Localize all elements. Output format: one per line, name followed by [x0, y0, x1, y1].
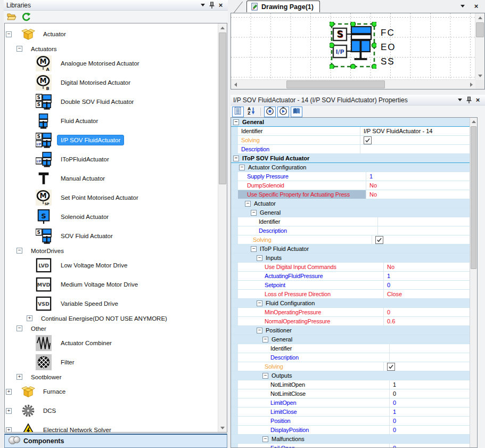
property-value-cell[interactable]: 0	[390, 389, 471, 398]
tree-item-low-voltage-motor-drive[interactable]: LVDLow Voltage Motor Drive	[5, 256, 218, 275]
category-expander[interactable]: −	[233, 156, 239, 161]
property-value-cell[interactable]: 1	[390, 380, 471, 389]
property-category-general[interactable]: −General	[231, 118, 471, 127]
property-value-cell[interactable]: 0	[390, 417, 471, 425]
property-value-cell[interactable]	[390, 353, 471, 362]
tree-expander[interactable]: +	[6, 427, 12, 433]
property-row-identifier[interactable]: Identifier	[231, 217, 471, 226]
property-value-cell[interactable]: 0	[384, 308, 471, 316]
property-category-itop-sov-fluid-actuator[interactable]: −IToP SOV Fluid Actuator	[231, 154, 471, 163]
properties-close-button[interactable]: ×	[473, 96, 482, 104]
category-expander[interactable]: −	[257, 255, 262, 261]
category-expander[interactable]: −	[251, 246, 257, 252]
tree-scrollbar[interactable]	[218, 23, 227, 432]
property-value[interactable]: 0	[393, 390, 396, 397]
property-row-normaloperatingpressure[interactable]: NormalOperatingPressure0.6	[231, 317, 471, 326]
tree-item-set-point-motorised-actuator[interactable]: M SPSet Point Motorised Actuator	[5, 188, 218, 207]
scrollbar-thumb[interactable]	[286, 80, 385, 88]
scrollbar-thumb[interactable]	[476, 22, 484, 37]
tree-item-other[interactable]: −Other	[5, 323, 218, 333]
category-expander[interactable]: −	[233, 119, 239, 125]
property-category-outputs[interactable]: −Outputs	[231, 371, 471, 380]
category-expander[interactable]: −	[262, 436, 268, 442]
tree-item-motordrives[interactable]: −MotorDrives	[5, 246, 218, 256]
tree-item-double-sov-fluid-actuator[interactable]: S S Double SOV Fluid Actuator	[5, 92, 218, 111]
tree-item-sov-fluid-actuator[interactable]: S SOV Fluid Actuator	[5, 226, 218, 246]
property-row-position[interactable]: Position0	[231, 417, 471, 426]
property-row-use-specific-property-for-actuating-press[interactable]: Use Specific Property for Actuating Pres…	[231, 190, 471, 199]
property-row-solving[interactable]: Solving	[231, 362, 471, 371]
property-category-actuator-configuration[interactable]: −Actuator Configuration	[231, 163, 471, 172]
checkbox-checked[interactable]	[375, 236, 383, 244]
property-row-identifier[interactable]: IdentifierI/P SOV FluidActuator - 14	[231, 127, 471, 136]
property-row-use-digital-input-commands[interactable]: Use Digital Input CommandsNo	[231, 263, 471, 272]
property-value-cell[interactable]: 1	[390, 408, 471, 416]
tree-item-filter[interactable]: Filter	[5, 353, 218, 372]
scroll-up-button[interactable]	[470, 118, 477, 126]
property-category-actuator[interactable]: −Actuator	[231, 199, 471, 208]
drawing-canvas[interactable]: S S I/P	[231, 13, 475, 80]
canvas-hscrollbar[interactable]	[231, 79, 475, 89]
category-expander[interactable]: −	[262, 373, 268, 379]
tab-drawing-page[interactable]: Drawing Page(1)	[246, 1, 320, 12]
property-row-displayposition[interactable]: DisplayPosition0	[231, 426, 471, 435]
property-value[interactable]: 0	[387, 309, 390, 315]
property-category-fluid-configuration[interactable]: −Fluid Configuration	[231, 299, 471, 308]
property-value-cell[interactable]: 0	[390, 426, 471, 434]
checkbox-checked[interactable]	[364, 136, 372, 144]
property-row-notlimitclose[interactable]: NotLimitClose0	[231, 389, 471, 398]
document-menu-button[interactable]	[458, 2, 467, 10]
property-category-general[interactable]: −General	[231, 208, 471, 217]
category-expander[interactable]: −	[262, 337, 268, 343]
property-category-inputs[interactable]: −Inputs	[231, 254, 471, 263]
property-category-malfunctions[interactable]: −Malfunctions	[231, 435, 471, 444]
property-value[interactable]: I/P SOV FluidActuator - 14	[364, 128, 432, 134]
scroll-left-button[interactable]	[231, 80, 240, 89]
tree-expander[interactable]: −	[17, 248, 22, 254]
open-folder-button[interactable]	[6, 12, 17, 22]
tree-item-digital-motorised-actuator[interactable]: M BDigital Motorised Actuator	[5, 73, 218, 92]
tree-expander[interactable]: +	[27, 315, 32, 321]
property-value[interactable]: 0	[393, 445, 396, 448]
scrollbar-thumb[interactable]	[471, 126, 476, 269]
tree-item-actuators[interactable]: −Actuators	[5, 44, 218, 54]
category-expander[interactable]: −	[251, 210, 257, 216]
property-value[interactable]: 1	[393, 409, 396, 415]
tree-item-electrical-network-solver[interactable]: +Electrical Network Solver	[5, 420, 218, 433]
property-row-setpoint[interactable]: Setpoint0	[231, 281, 471, 290]
property-value-cell[interactable]: 0.6	[384, 317, 471, 325]
scroll-down-button[interactable]	[475, 71, 484, 80]
watch-dynamic-button[interactable]	[277, 107, 289, 117]
scroll-right-button[interactable]	[467, 80, 475, 89]
property-row-solving[interactable]: Solving	[231, 136, 471, 145]
properties-scrollbar[interactable]	[470, 118, 477, 447]
tree-expander[interactable]: −	[17, 46, 22, 52]
canvas-vscrollbar[interactable]	[475, 13, 484, 80]
alphabetical-button[interactable]: AZ	[245, 107, 257, 117]
property-row-limitclose[interactable]: LimitClose1	[231, 408, 471, 417]
properties-menu-button[interactable]	[455, 96, 464, 104]
property-value-cell[interactable]: 1	[384, 272, 471, 280]
property-value-cell[interactable]: Close	[384, 290, 471, 298]
property-row-loss-of-pressure-direction[interactable]: Loss of Pressure DirectionClose	[231, 290, 471, 299]
property-category-general[interactable]: −General	[231, 335, 471, 344]
checkbox-checked[interactable]	[387, 363, 395, 371]
scroll-down-button[interactable]	[218, 423, 227, 432]
tree-item-fluid-actuator[interactable]: Fluid Actuator	[5, 111, 218, 131]
refresh-button[interactable]	[21, 12, 31, 22]
watch-static-button[interactable]	[264, 107, 276, 117]
property-value[interactable]: 1	[393, 381, 396, 388]
property-row-description[interactable]: Description	[231, 226, 471, 235]
property-value[interactable]: 0.6	[387, 318, 395, 324]
property-row-identifier[interactable]: Identifier	[231, 344, 471, 353]
property-value-cell[interactable]	[372, 235, 471, 244]
tree-expander[interactable]: −	[17, 325, 22, 331]
tree-item-continual-energise-do-not-use-anymore[interactable]: +Continual Energise(DO NOT USE ANYMORE)	[5, 313, 218, 323]
property-value[interactable]: 0	[393, 400, 396, 406]
help-book-button[interactable]	[291, 107, 302, 117]
property-value-cell[interactable]: 0	[390, 398, 471, 407]
property-value-cell[interactable]	[378, 217, 471, 226]
property-value-cell[interactable]: 0	[384, 281, 471, 289]
property-category-itop-fluid-actuator[interactable]: −IToP Fluid Actuator	[231, 245, 471, 254]
property-value-cell[interactable]: I/P SOV FluidActuator - 14	[360, 127, 471, 135]
